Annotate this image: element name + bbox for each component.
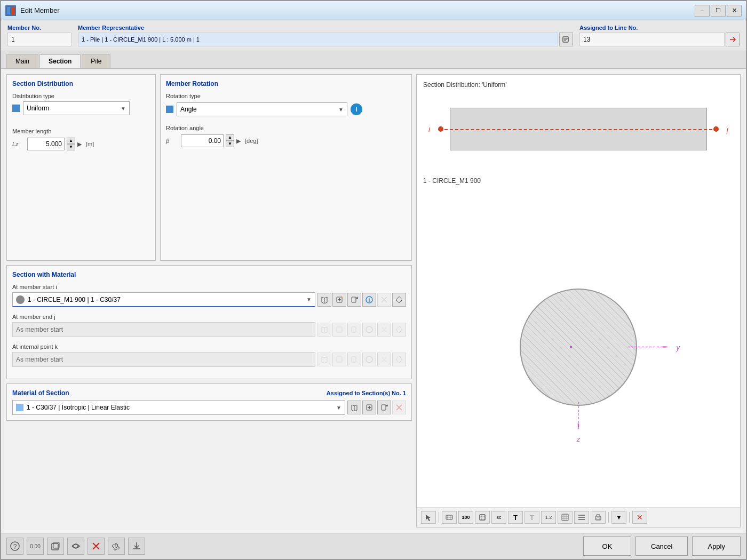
material-new-button[interactable] xyxy=(362,401,376,414)
cancel-button[interactable]: Cancel xyxy=(635,537,688,556)
viz-numbers2-button[interactable]: 1.2 xyxy=(541,511,556,524)
main-content: Section Distribution Distribution type U… xyxy=(1,69,746,533)
ok-button[interactable]: OK xyxy=(583,537,631,556)
edit-section-button-k[interactable] xyxy=(347,353,361,366)
info-button-i[interactable]: i xyxy=(362,293,376,307)
viz-close-red-button[interactable]: ✕ xyxy=(632,511,647,524)
edit-section-button-i[interactable] xyxy=(347,293,361,307)
detach-button-i[interactable] xyxy=(377,293,391,307)
lz-label: Lz xyxy=(12,141,23,147)
zero-button[interactable]: 0.00 xyxy=(27,538,44,555)
rotation-type-indicator xyxy=(166,106,173,113)
detach-model-button[interactable] xyxy=(88,538,105,555)
beta-arrow-button[interactable]: ▶ xyxy=(236,138,241,145)
viz-scale-button[interactable]: sc xyxy=(491,511,506,524)
beta-increment-button[interactable]: ▲ xyxy=(226,134,234,141)
view-button[interactable] xyxy=(67,538,84,555)
dialog-buttons: OK Cancel Apply xyxy=(583,537,741,556)
copy-button-j[interactable] xyxy=(392,323,406,337)
viz-text-button[interactable]: T xyxy=(508,511,523,524)
member-start-label: At member start i xyxy=(12,284,406,290)
rotation-angle-label: Rotation angle xyxy=(166,125,406,131)
member-rotation-title: Member Rotation xyxy=(166,80,406,87)
maximize-button[interactable]: ☐ xyxy=(711,5,726,17)
material-arrow-icon: ▼ xyxy=(336,405,341,411)
copy-model-button[interactable] xyxy=(47,538,64,555)
main-window: Edit Member − ☐ ✕ Member No. 1 Member Re… xyxy=(0,0,747,560)
new-section-button-k[interactable] xyxy=(332,353,346,366)
member-rect-container: i j xyxy=(450,108,707,150)
minimize-button[interactable]: − xyxy=(695,5,710,17)
member-dot-i xyxy=(438,126,443,132)
svg-rect-12 xyxy=(337,357,342,362)
svg-rect-9 xyxy=(352,327,356,332)
viz-print-dropdown-button[interactable]: ▼ xyxy=(611,511,626,524)
rotation-type-dropdown[interactable]: Angle ▼ xyxy=(177,102,347,116)
svg-rect-23 xyxy=(480,515,485,520)
internal-point-input: As member start xyxy=(12,352,315,367)
internal-point-label: At internal point k xyxy=(12,343,406,350)
member-start-dropdown[interactable]: 1 - CIRCLE_M1 900 | 1 - C30/37 ▼ xyxy=(12,292,315,307)
member-start-arrow-icon: ▼ xyxy=(306,297,312,302)
material-edit-button[interactable] xyxy=(377,401,391,414)
viz-crop-button[interactable] xyxy=(475,511,490,524)
rotation-info-button[interactable]: i xyxy=(351,103,362,115)
lz-decrement-button[interactable]: ▼ xyxy=(67,144,75,150)
apply-button[interactable]: Apply xyxy=(692,537,741,556)
material-dropdown[interactable]: 1 - C30/37 | Isotropic | Linear Elastic … xyxy=(12,400,345,415)
copy-button-i[interactable] xyxy=(392,293,406,307)
help-button[interactable]: ? xyxy=(6,538,23,555)
member-start-value: 1 - CIRCLE_M1 900 | 1 - C30/37 xyxy=(28,296,121,303)
open-book-button-k[interactable] xyxy=(317,353,331,366)
lz-input[interactable] xyxy=(27,138,65,150)
assigned-line-action-button[interactable] xyxy=(726,33,740,46)
viz-list-button[interactable] xyxy=(574,511,589,524)
info-button-k[interactable] xyxy=(362,353,376,366)
open-book-button-i[interactable] xyxy=(317,293,331,307)
detach-button-k[interactable] xyxy=(377,353,391,366)
dist-type-dropdown[interactable]: Uniform ▼ xyxy=(23,101,130,115)
settings-button[interactable] xyxy=(108,538,125,555)
new-section-button-j[interactable] xyxy=(332,323,346,337)
tab-pile[interactable]: Pile xyxy=(82,54,110,68)
assigned-line-input[interactable]: 13 xyxy=(579,33,725,46)
svg-rect-29 xyxy=(52,543,58,550)
lz-arrow-button[interactable]: ▶ xyxy=(77,141,82,148)
viz-table-button[interactable] xyxy=(558,511,573,524)
member-end-label: At member end j xyxy=(12,314,406,320)
material-book-button[interactable] xyxy=(347,401,361,414)
member-rep-edit-button[interactable] xyxy=(559,33,573,46)
top-panels: Section Distribution Distribution type U… xyxy=(6,74,412,261)
member-dot-j xyxy=(713,126,719,132)
beta-input[interactable] xyxy=(181,134,224,147)
lz-increment-button[interactable]: ▲ xyxy=(67,138,75,144)
svg-marker-11 xyxy=(396,326,402,333)
member-no-input[interactable]: 1 xyxy=(7,33,71,46)
close-button[interactable]: ✕ xyxy=(727,5,742,17)
open-book-button-j[interactable] xyxy=(317,323,331,337)
material-detach-button[interactable] xyxy=(392,401,406,414)
viz-view-button[interactable] xyxy=(442,511,457,524)
member-rep-input[interactable]: 1 - Pile | 1 - CIRCLE_M1 900 | L : 5.000… xyxy=(78,33,558,46)
viz-numbers-button[interactable]: 100 xyxy=(458,511,473,524)
rotation-type-arrow-icon: ▼ xyxy=(338,107,344,113)
beta-decrement-button[interactable]: ▼ xyxy=(226,141,234,147)
edit-section-button-j[interactable] xyxy=(347,323,361,337)
member-visualization: i j xyxy=(450,97,707,161)
svg-marker-15 xyxy=(396,356,402,363)
svg-marker-7 xyxy=(396,297,402,303)
assigned-line-input-row: 13 xyxy=(579,33,740,46)
member-rep-group: Member Representative 1 - Pile | 1 - CIR… xyxy=(78,25,573,46)
z-axis-line-icon xyxy=(578,402,579,434)
tab-main[interactable]: Main xyxy=(6,54,38,68)
tab-section[interactable]: Section xyxy=(39,54,81,68)
info-button-j[interactable] xyxy=(362,323,376,337)
viz-text-outline-button[interactable]: T xyxy=(525,511,539,524)
detach-button-j[interactable] xyxy=(377,323,391,337)
export-button[interactable] xyxy=(128,538,145,555)
viz-print-button[interactable] xyxy=(591,511,606,524)
left-panels: Section Distribution Distribution type U… xyxy=(6,74,412,527)
viz-select-button[interactable] xyxy=(421,511,436,524)
new-section-button-i[interactable] xyxy=(332,293,346,307)
copy-button-k[interactable] xyxy=(392,353,406,366)
